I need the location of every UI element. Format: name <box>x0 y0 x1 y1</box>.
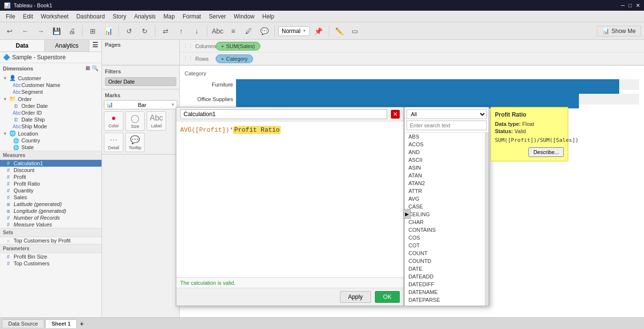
toolbar-layout-btn[interactable]: ⊞ <box>86 24 100 38</box>
func-count[interactable]: COUNT <box>405 249 485 257</box>
item-latitude[interactable]: ⊕ Latitude (generated) <box>0 201 102 208</box>
func-cot[interactable]: COT <box>405 242 485 249</box>
toolbar-fit-btn[interactable]: Abc <box>211 24 224 38</box>
func-contains[interactable]: CONTAINS <box>405 226 485 234</box>
calc-name-input[interactable] <box>180 109 387 119</box>
show-me-button[interactable]: 📊 Show Me <box>597 26 641 36</box>
item-longitude[interactable]: ⊕ Longitude (generated) <box>0 208 102 214</box>
item-discount[interactable]: # Discount <box>0 167 102 173</box>
item-ship-mode[interactable]: Abc Ship Mode <box>0 123 102 130</box>
item-state[interactable]: 🌐 State <box>0 144 102 151</box>
func-atan2[interactable]: ATAN2 <box>405 179 485 187</box>
menu-dashboard[interactable]: Dashboard <box>72 12 109 21</box>
item-measure-values[interactable]: # Measure Values <box>0 221 102 228</box>
calc-close-button[interactable]: ✕ <box>391 110 400 119</box>
toolbar-tooltip-btn[interactable]: 💬 <box>257 24 271 38</box>
item-profit-bin-size[interactable]: # Profit Bin Size <box>0 253 102 260</box>
label-mark-btn[interactable]: Abc Label <box>147 111 166 131</box>
func-ascii[interactable]: ASCII <box>405 156 485 164</box>
tab-data[interactable]: Data <box>0 40 45 52</box>
func-abs[interactable]: ABS <box>405 133 485 140</box>
item-num-records[interactable]: # Number of Records <box>0 214 102 221</box>
ok-button[interactable]: OK <box>375 291 400 303</box>
func-countd[interactable]: COUNTD <box>405 257 485 265</box>
color-mark-btn[interactable]: ● Color <box>104 111 123 131</box>
func-ceiling[interactable]: CEILING <box>405 210 485 218</box>
func-dateadd[interactable]: DATEADD <box>405 273 485 280</box>
toolbar-new-btn[interactable]: ↩ <box>3 24 17 38</box>
maximize-btn[interactable]: □ <box>628 2 632 9</box>
toolbar-sort-desc-btn[interactable]: ↓ <box>190 24 203 38</box>
menu-file[interactable]: File <box>2 12 19 21</box>
toolbar-sort-asc-btn[interactable]: ↑ <box>174 24 188 38</box>
minimize-btn[interactable]: ─ <box>621 2 625 9</box>
toolbar-pencil-btn[interactable]: ✏️ <box>333 24 346 38</box>
item-top-customers-param[interactable]: # Top Customers <box>0 260 102 267</box>
menu-worksheet[interactable]: Worksheet <box>37 12 72 21</box>
toolbar-frame-btn[interactable]: ▭ <box>348 24 362 38</box>
marks-type-dropdown[interactable]: 📊 Bar ▼ <box>104 100 177 109</box>
search-icon[interactable]: 🔍 <box>92 65 99 71</box>
func-and[interactable]: AND <box>405 148 485 156</box>
toolbar-print-btn[interactable]: 🖨 <box>65 24 79 38</box>
size-mark-btn[interactable]: ◯ Size <box>125 111 145 131</box>
menu-server[interactable]: Server <box>205 12 230 21</box>
func-panel[interactable]: All ABS ACOS AND ASCII ASIN ATAN ATAN2 A… <box>404 107 489 306</box>
close-btn[interactable]: ✕ <box>636 2 640 9</box>
item-profit[interactable]: # Profit <box>0 173 102 180</box>
func-char[interactable]: CHAR <box>405 218 485 226</box>
toolbar-forward-btn[interactable]: → <box>34 24 48 38</box>
rows-category-pill[interactable]: + Category <box>216 54 253 63</box>
toolbar-highlight-btn[interactable]: 🖊 <box>242 24 255 38</box>
item-segment[interactable]: Abc Segment <box>0 88 102 95</box>
data-source-tab[interactable]: Data Source <box>2 319 44 328</box>
calc-editor[interactable]: AVG([Profit])*Profit Ratio <box>176 121 404 277</box>
group-location[interactable]: ▼ 🌐 Location <box>0 130 102 137</box>
menu-window[interactable]: Window <box>230 12 258 21</box>
describe-button[interactable]: Describe... <box>528 147 564 157</box>
calc-dialog[interactable]: ✕ AVG([Profit])*Profit Ratio The calcula… <box>176 107 404 306</box>
toolbar-back-btn[interactable]: ← <box>18 24 32 38</box>
item-ship-date[interactable]: 🗓 Date Ship <box>0 116 102 123</box>
item-country[interactable]: 🌐 Country <box>0 137 102 144</box>
item-top-customers[interactable]: ○ Top Customers by Profit <box>0 237 102 244</box>
menu-help[interactable]: Help <box>258 12 278 21</box>
func-asin[interactable]: ASIN <box>405 164 485 172</box>
menu-edit[interactable]: Edit <box>19 12 37 21</box>
columns-sum-sales-pill[interactable]: + SUM(Sales) <box>216 42 260 51</box>
func-datepart[interactable]: DATEPART <box>405 304 485 306</box>
item-customer-name[interactable]: Abc Customer Name <box>0 82 102 88</box>
group-order[interactable]: ▼ 📁 Order <box>0 95 102 103</box>
toolbar-chart-btn[interactable]: 📊 <box>102 24 115 38</box>
tooltip-mark-btn[interactable]: 💬 Tooltip <box>125 133 145 152</box>
item-profit-ratio[interactable]: # Profit Ratio <box>0 180 102 187</box>
toolbar-swap-btn[interactable]: ⇄ <box>159 24 172 38</box>
item-sales[interactable]: # Sales <box>0 194 102 201</box>
toolbar-undo-btn[interactable]: ↺ <box>122 24 136 38</box>
normal-dropdown[interactable]: Normal ▼ <box>278 26 310 36</box>
func-cos[interactable]: COS <box>405 234 485 242</box>
func-scrollbar[interactable] <box>485 133 489 306</box>
add-sheet-icon[interactable]: + <box>80 320 84 328</box>
func-attr[interactable]: ATTR <box>405 187 485 195</box>
panel-config-icon[interactable]: ☰ <box>89 40 102 52</box>
func-datediff[interactable]: DATEDIFF <box>405 280 485 288</box>
func-atan[interactable]: ATAN <box>405 172 485 179</box>
func-case[interactable]: CASE <box>405 203 485 210</box>
grid-icon[interactable]: ⊞ <box>85 65 90 71</box>
item-order-id[interactable]: Abc Order ID <box>0 109 102 116</box>
func-acos[interactable]: ACOS <box>405 140 485 148</box>
func-datename[interactable]: DATENAME <box>405 288 485 296</box>
toolbar-redo-btn[interactable]: ↻ <box>138 24 152 38</box>
detail-mark-btn[interactable]: ⋯ Detail <box>104 133 123 152</box>
func-date[interactable]: DATE <box>405 265 485 273</box>
group-customer[interactable]: ▼ 👤 Customer <box>0 74 102 82</box>
menu-format[interactable]: Format <box>179 12 205 21</box>
tab-analytics[interactable]: Analytics <box>45 40 89 52</box>
item-quantity[interactable]: # Quantity <box>0 187 102 194</box>
sheet1-tab[interactable]: Sheet 1 <box>45 319 77 328</box>
toolbar-lines-btn[interactable]: ≡ <box>226 24 240 38</box>
datasource-item[interactable]: 🔷 Sample - Superstore <box>0 52 102 63</box>
item-order-date[interactable]: 🗓 Order Date <box>0 103 102 109</box>
func-dateparse[interactable]: DATEPARSE <box>405 296 485 304</box>
